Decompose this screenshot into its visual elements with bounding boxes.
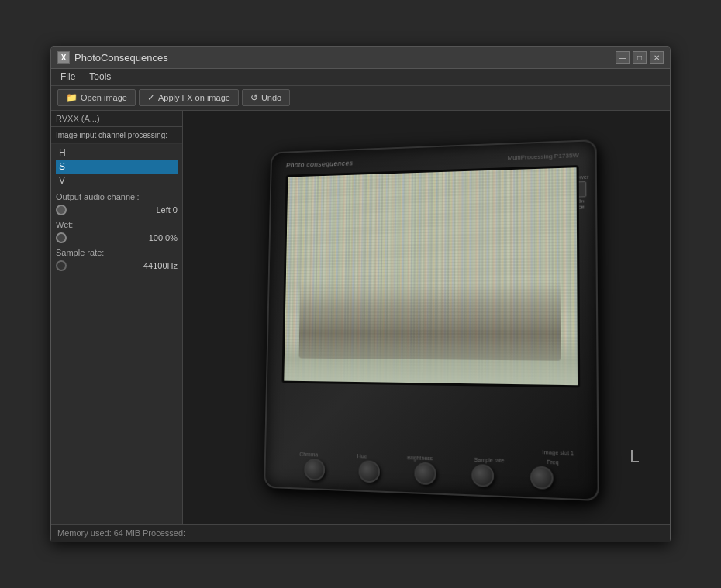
main-window: X PhotoConsequences — □ ✕ File Tools 📁 O… <box>50 46 671 542</box>
cursor-indicator <box>631 450 639 462</box>
channel-list: H S V <box>56 146 178 187</box>
open-image-button[interactable]: 📁 Open image <box>57 89 136 106</box>
statusbar: Memory used: 64 MiB Processed: <box>51 524 670 542</box>
content-area: Photo consequences MultiProcessing P1735… <box>183 111 670 524</box>
maximize-button[interactable]: □ <box>633 51 647 64</box>
menu-tools[interactable]: Tools <box>83 70 117 84</box>
minimize-button[interactable]: — <box>616 51 630 64</box>
apply-fx-button[interactable]: ✓ Apply FX on image <box>139 89 239 106</box>
image-slot-label: Image slot 1 <box>543 449 574 456</box>
monitor-body: Photo consequences MultiProcessing P1735… <box>264 139 599 501</box>
output-audio-value: Left 0 <box>156 205 178 215</box>
app-icon: X <box>57 51 70 64</box>
menu-file[interactable]: File <box>54 70 81 84</box>
screen-bezel <box>281 165 580 387</box>
titlebar-left: X PhotoConsequences <box>57 51 168 64</box>
sidebar: RVXX (A...) Image input channel processi… <box>51 111 183 524</box>
channel-v[interactable]: V <box>56 174 178 187</box>
monitor-brand: Photo consequences <box>286 159 354 169</box>
wet-row: 100.0% <box>51 231 182 245</box>
wet-label: Wet: <box>51 217 182 231</box>
titlebar: X PhotoConsequences — □ ✕ <box>51 47 670 69</box>
knob-label-4: Freq <box>547 459 558 465</box>
check-icon: ✓ <box>147 92 155 103</box>
sample-rate-value: 44100Hz <box>143 261 178 270</box>
folder-icon: 📁 <box>66 92 78 103</box>
wet-value: 100.0% <box>149 233 178 242</box>
undo-button[interactable]: ↺ Undo <box>242 89 290 106</box>
knob-hue[interactable] <box>358 460 380 483</box>
knob-label-1: Hue <box>357 453 367 459</box>
window-title: PhotoConsequences <box>74 52 168 64</box>
sample-rate-row: 44100Hz <box>51 259 182 273</box>
monitor-model: MultiProcessing P1735W <box>508 151 579 160</box>
monitor-bottom-section: Chroma Hue Brightness Sample rate Freq <box>280 450 581 490</box>
knob-brightness[interactable] <box>414 462 436 485</box>
titlebar-controls: — □ ✕ <box>616 51 664 64</box>
menubar: File Tools <box>51 69 670 86</box>
knob-label-2: Brightness <box>407 455 433 461</box>
status-text: Memory used: 64 MiB Processed: <box>57 528 185 538</box>
channel-s[interactable]: S <box>56 160 178 174</box>
knob-chroma[interactable] <box>304 458 325 480</box>
screen-figures <box>299 280 561 360</box>
wet-knob[interactable] <box>56 232 67 243</box>
channel-h[interactable]: H <box>56 146 178 160</box>
monitor-container: Photo consequences MultiProcessing P1735… <box>260 143 593 492</box>
output-audio-radio[interactable] <box>56 205 67 215</box>
knob-label-3: Sample rate <box>474 456 504 463</box>
close-button[interactable]: ✕ <box>650 51 664 64</box>
screen-content <box>284 167 578 385</box>
sample-rate-label: Sample rate: <box>51 245 182 259</box>
knob-freq[interactable] <box>530 466 554 490</box>
desktop: X PhotoConsequences — □ ✕ File Tools 📁 O… <box>0 0 721 588</box>
channel-section-label: Image input channel processing: <box>51 127 182 144</box>
output-audio-row: Left 0 <box>51 203 182 217</box>
toolbar: 📁 Open image ✓ Apply FX on image ↺ Undo <box>51 86 670 111</box>
knob-label-0: Chroma <box>299 451 318 457</box>
undo-icon: ↺ <box>250 92 258 103</box>
output-audio-label: Output audio channel: <box>51 189 182 203</box>
sample-rate-radio[interactable] <box>56 260 67 271</box>
plugin-name: RVXX (A...) <box>51 111 182 127</box>
knob-sample-rate[interactable] <box>471 463 494 487</box>
main-area: RVXX (A...) Image input channel processi… <box>51 111 670 524</box>
